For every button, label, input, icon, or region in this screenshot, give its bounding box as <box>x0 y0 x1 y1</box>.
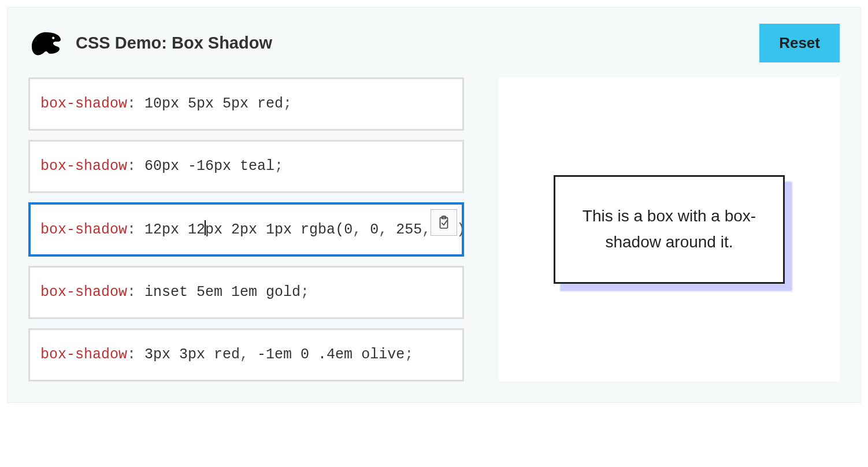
demo-body: box-shadow: 10px 5px 5px red;box-shadow:… <box>28 77 840 381</box>
css-demo-panel: CSS Demo: Box Shadow Reset box-shadow: 1… <box>7 7 861 403</box>
header-left: CSS Demo: Box Shadow <box>28 26 272 61</box>
code-option-1[interactable]: box-shadow: 60px -16px teal; <box>28 140 464 193</box>
preview-box: This is a box with a box-shadow around i… <box>554 175 785 284</box>
css-property: box-shadow <box>40 158 127 175</box>
preview-panel: This is a box with a box-shadow around i… <box>499 77 840 381</box>
css-property: box-shadow <box>40 284 127 301</box>
demo-title: CSS Demo: Box Shadow <box>76 34 272 53</box>
clipboard-icon <box>436 215 451 230</box>
code-option-0[interactable]: box-shadow: 10px 5px 5px red; <box>28 77 464 131</box>
copy-to-clipboard-button[interactable] <box>431 209 457 236</box>
css-property: box-shadow <box>40 221 127 238</box>
code-option-4[interactable]: box-shadow: 3px 3px red, -1em 0 .4em oli… <box>28 328 464 381</box>
demo-header: CSS Demo: Box Shadow Reset <box>28 24 840 62</box>
reset-button[interactable]: Reset <box>759 24 840 62</box>
code-options-list: box-shadow: 10px 5px 5px red;box-shadow:… <box>28 77 464 381</box>
code-option-3[interactable]: box-shadow: inset 5em 1em gold; <box>28 266 464 319</box>
css-property: box-shadow <box>40 346 127 363</box>
css-property: box-shadow <box>40 95 127 112</box>
mdn-dino-logo-icon <box>28 26 63 61</box>
code-option-2[interactable]: box-shadow: 12px 12px 2px 1px rgba(0, 0,… <box>28 202 464 257</box>
